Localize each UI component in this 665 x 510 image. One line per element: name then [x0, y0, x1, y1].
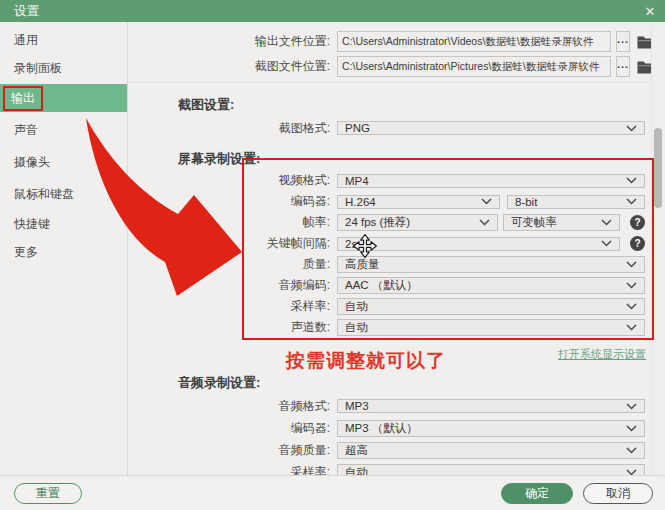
chevron-down-icon [626, 324, 637, 331]
sidebar-item-mouse-keyboard[interactable]: 鼠标和键盘 [0, 185, 127, 203]
selected-value: PNG [345, 122, 370, 134]
selected-value: 自动 [345, 299, 368, 314]
sidebar: 通用 录制面板 输出 声音 摄像头 鼠标和键盘 快捷键 更多 [0, 22, 128, 476]
sample-rate-label: 采样率: [128, 298, 337, 315]
page-title: 设置 [0, 3, 39, 20]
ok-button[interactable]: 确定 [501, 483, 573, 504]
audio-quality-row: 音频质量: 超高 [128, 440, 652, 460]
sidebar-item-hotkeys[interactable]: 快捷键 [0, 215, 127, 233]
encoder-select[interactable]: H.264 [337, 195, 500, 209]
keyframe-interval-row: 关键帧间隔: 2s ? [128, 234, 652, 253]
open-system-display-settings-link[interactable]: 打开系统显示设置 [558, 345, 646, 362]
divider [128, 82, 652, 83]
screen-recording-settings-header: 屏幕录制设置: [178, 151, 652, 167]
scrollbar [651, 22, 665, 476]
quality-select[interactable]: 高质量 [337, 256, 645, 273]
audio-format-select[interactable]: MP3 [337, 399, 645, 413]
framerate-help-icon[interactable]: ? [630, 215, 645, 230]
chevron-down-icon [626, 425, 637, 432]
annotation-line: 按需调整就可以了 打开系统显示设置 [128, 345, 652, 373]
chevron-down-icon [626, 282, 637, 289]
audio-encoder-select[interactable]: AAC （默认） [337, 277, 645, 294]
chevron-down-icon [479, 219, 490, 226]
sidebar-item-sound[interactable]: 声音 [0, 121, 127, 139]
chevron-down-icon [481, 198, 492, 205]
chevron-down-icon [626, 447, 637, 454]
close-icon[interactable]: ✕ [635, 0, 665, 22]
selected-value: 24 fps (推荐) [345, 215, 410, 230]
sample-rate-row: 采样率: 自动 [128, 297, 652, 316]
annotation-tip-text: 按需调整就可以了 [286, 345, 446, 374]
output-path-label: 输出文件位置: [128, 33, 337, 50]
encoder-label: 编码器: [128, 193, 337, 210]
sidebar-item-record-panel[interactable]: 录制面板 [0, 59, 127, 77]
selected-value: MP3 （默认） [345, 421, 418, 436]
settings-dialog: 设置 ✕ 通用 录制面板 输出 声音 摄像头 鼠标和键盘 快捷键 更多 输出文件… [0, 0, 665, 510]
audio-format-label: 音频格式: [128, 398, 337, 415]
keyframe-help-icon[interactable]: ? [630, 236, 645, 251]
audio-encoder2-row: 编码器: MP3 （默认） [128, 418, 652, 438]
sample-rate-select[interactable]: 自动 [337, 298, 645, 315]
output-path-row: 输出文件位置: C:\Users\Administrator\Videos\数据… [128, 31, 652, 52]
sidebar-item-output[interactable]: 输出 [0, 84, 127, 112]
selected-value: MP4 [345, 175, 369, 187]
selected-value: H.264 [345, 196, 376, 208]
audio-encoder-row: 音频编码: AAC （默认） [128, 276, 652, 295]
selected-value: 超高 [345, 443, 368, 458]
selected-value: 8-bit [515, 196, 537, 208]
selected-value: 自动 [345, 320, 368, 335]
titlebar: 设置 ✕ [0, 0, 665, 22]
quality-label: 质量: [128, 256, 337, 273]
sidebar-item-more[interactable]: 更多 [0, 243, 127, 261]
channels-row: 声道数: 自动 [128, 318, 652, 337]
framerate-select[interactable]: 24 fps (推荐) [337, 214, 498, 231]
chevron-down-icon [626, 198, 637, 205]
audio-recording-settings-header: 音频录制设置: [178, 375, 652, 391]
screenshot-path-browse-button[interactable]: ... [616, 56, 630, 77]
output-settings-panel: 输出文件位置: C:\Users\Administrator\Videos\数据… [128, 22, 652, 476]
video-format-row: 视频格式: MP4 [128, 171, 652, 190]
screenshot-path-label: 截图文件位置: [128, 58, 337, 75]
chevron-down-icon [626, 303, 637, 310]
screenshot-settings-header: 截图设置: [178, 97, 652, 113]
audio-encoder2-select[interactable]: MP3 （默认） [337, 420, 645, 437]
audio-format-row: 音频格式: MP3 [128, 396, 652, 416]
sidebar-item-output-label: 输出 [3, 86, 43, 111]
sidebar-item-general[interactable]: 通用 [0, 31, 127, 49]
output-path-browse-button[interactable]: ... [616, 31, 630, 52]
screenshot-path-input[interactable]: C:\Users\Administrator\Pictures\数据蛙\数据蛙录… [337, 56, 611, 77]
screenshot-format-row: 截图格式: PNG [128, 118, 652, 138]
channels-label: 声道数: [128, 319, 337, 336]
keyframe-interval-select[interactable]: 2s [337, 237, 620, 251]
cancel-button[interactable]: 取消 [583, 483, 653, 504]
chevron-down-icon [626, 125, 637, 132]
audio-encoder-label: 音频编码: [128, 277, 337, 294]
sidebar-item-camera[interactable]: 摄像头 [0, 153, 127, 171]
scrollbar-thumb[interactable] [654, 128, 662, 208]
selected-value: AAC （默认） [345, 278, 418, 293]
quality-row: 质量: 高质量 [128, 255, 652, 274]
screenshot-format-select[interactable]: PNG [337, 121, 645, 135]
chevron-down-icon [601, 219, 612, 226]
framerate-label: 帧率: [128, 214, 337, 231]
chevron-down-icon [626, 261, 637, 268]
framerate-mode-select[interactable]: 可变帧率 [503, 214, 620, 231]
selected-value: MP3 [345, 400, 369, 412]
chevron-down-icon [626, 403, 637, 410]
reset-button[interactable]: 重置 [14, 483, 82, 504]
output-path-input[interactable]: C:\Users\Administrator\Videos\数据蛙\数据蛙录屏软… [337, 31, 611, 52]
keyframe-interval-label: 关键帧间隔: [128, 235, 337, 252]
chevron-down-icon [601, 240, 612, 247]
audio-quality-label: 音频质量: [128, 442, 337, 459]
channels-select[interactable]: 自动 [337, 319, 645, 336]
framerate-row: 帧率: 24 fps (推荐) 可变帧率 ? [128, 213, 652, 232]
selected-value: 可变帧率 [511, 215, 557, 230]
audio-quality-select[interactable]: 超高 [337, 442, 645, 459]
footer: 重置 确定 取消 [0, 475, 665, 510]
selected-value: 高质量 [345, 257, 380, 272]
video-format-select[interactable]: MP4 [337, 174, 645, 188]
encoder-row: 编码器: H.264 8-bit [128, 192, 652, 211]
bit-depth-select[interactable]: 8-bit [507, 195, 645, 209]
screenshot-path-row: 截图文件位置: C:\Users\Administrator\Pictures\… [128, 56, 652, 77]
screenshot-format-label: 截图格式: [128, 120, 337, 137]
